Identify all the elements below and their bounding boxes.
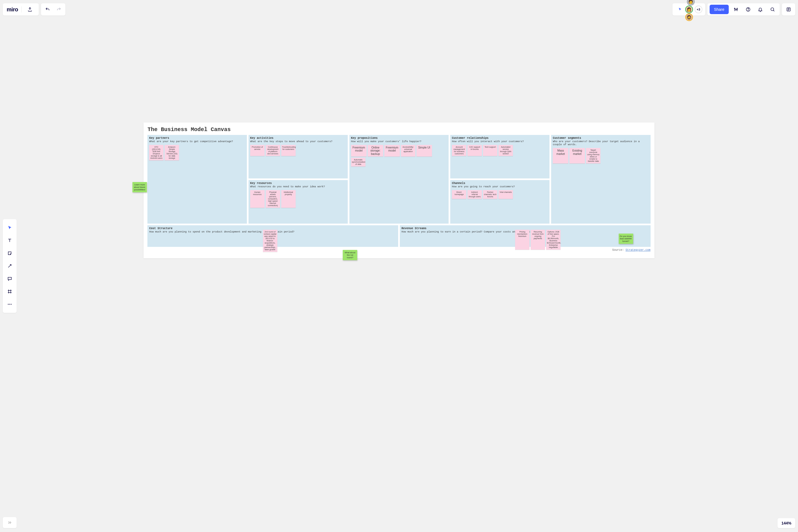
cursor-icon[interactable] xyxy=(675,4,685,14)
cell-title: Customer relationships xyxy=(452,137,548,140)
more-tools[interactable] xyxy=(3,298,17,310)
cell-key-propositions[interactable]: Key propositions How will you make your … xyxy=(349,135,449,224)
sticky-note[interactable]: Troubleshooting for customers xyxy=(281,145,296,156)
cell-title: Key activities xyxy=(250,137,346,140)
svg-point-4 xyxy=(748,10,748,11)
sticky-note[interactable]: Viral channels xyxy=(498,190,513,199)
zoom-level[interactable]: 144% xyxy=(778,518,795,528)
floating-sticky-note[interactable]: Learn more about future possibilities! xyxy=(132,182,147,192)
cell-key-partners[interactable]: Key partners What are your key partners … xyxy=(147,135,247,224)
cell-sub: How often will you interact with your cu… xyxy=(452,140,548,143)
cell-title: Key partners xyxy=(149,137,245,140)
sticky-note[interactable]: Options: 2GB of free space, Pro $9.99/mo… xyxy=(546,230,560,250)
cell-sub: What resources do you need to make your … xyxy=(250,185,346,188)
cell-title: Customer segments xyxy=(553,137,649,140)
search-icon[interactable] xyxy=(767,4,778,14)
sticky-note[interactable]: Mass market xyxy=(553,148,568,164)
sticky-note[interactable]: Pricing mechanism: freemium xyxy=(515,230,530,250)
sticky-note[interactable]: Continuous development of platform and s… xyxy=(266,145,280,156)
floating-sticky-note[interactable]: What about the 1st round? xyxy=(343,250,357,260)
sticky-note[interactable]: Intellectual property xyxy=(281,190,296,208)
sticky-note[interactable]: Physical assets (servers, computers, hig… xyxy=(266,190,280,208)
sticky-note[interactable]: Freemium model xyxy=(384,145,400,157)
cell-sub: What are the key steps to move ahead to … xyxy=(250,140,346,143)
export-icon[interactable] xyxy=(25,4,35,14)
divider xyxy=(21,6,22,13)
sticky-note[interactable]: Amazon: Simple Storage Servers (S3) for … xyxy=(165,145,179,160)
collaborator-avatar[interactable]: 👩 xyxy=(685,5,693,13)
sticky-note[interactable]: Freemium model xyxy=(351,145,366,157)
svg-point-2 xyxy=(737,8,738,10)
comment-tool[interactable] xyxy=(3,272,17,285)
sticky-note[interactable]: Account management for business customer… xyxy=(452,145,466,156)
share-button[interactable]: Share xyxy=(709,5,729,14)
miro-logo[interactable]: miro xyxy=(7,6,18,13)
svg-point-14 xyxy=(8,304,8,305)
sticky-note[interactable]: Simple UI xyxy=(416,145,432,157)
cell-channels[interactable]: Channels How are you going to reach your… xyxy=(450,180,549,224)
panel-toggle-icon[interactable] xyxy=(784,4,794,14)
cell-customer-segments[interactable]: Customer segments Who are your customers… xyxy=(551,135,650,224)
arrow-tool[interactable] xyxy=(3,260,17,272)
sticky-note[interactable]: Indirect: referral through users xyxy=(468,190,482,199)
settings-icon[interactable] xyxy=(731,4,741,14)
sticky-note[interactable]: Target: everyone using memory sticks or … xyxy=(586,148,601,164)
redo-icon[interactable] xyxy=(54,4,64,14)
more-collaborators-badge[interactable]: +3 xyxy=(695,5,702,13)
cell-title: Key resources xyxy=(250,182,346,185)
svg-point-0 xyxy=(734,8,735,9)
sticky-note-tool[interactable] xyxy=(3,247,17,260)
expand-toolbar-button[interactable] xyxy=(3,517,17,528)
cell-sub: How will you make your customers' life h… xyxy=(351,140,447,143)
sticky-note[interactable]: Automated service through Q&A section xyxy=(498,145,513,156)
undo-icon[interactable] xyxy=(43,4,53,14)
sticky-note[interactable]: Direct: homepage xyxy=(452,190,466,199)
cell-cost-structure[interactable]: Cost Structure How much are you planning… xyxy=(147,225,398,247)
cell-key-activities[interactable]: Key activities What are the key steps to… xyxy=(249,135,348,178)
tools-sidebar xyxy=(3,219,17,313)
sticky-note[interactable]: Tech support xyxy=(483,145,497,156)
floating-sticky-note[interactable]: Do you know their AARRR funnel? xyxy=(619,233,633,244)
cell-sub: What are your key partners to get compet… xyxy=(149,140,245,143)
frame-tool[interactable] xyxy=(3,285,17,298)
sticky-note[interactable]: Online storage: backup xyxy=(368,145,383,157)
sticky-note[interactable]: 2nd round of venture capital was raised … xyxy=(263,230,277,252)
sticky-note[interactable]: Existing market xyxy=(569,148,585,164)
cell-sub: How are you going to reach your customer… xyxy=(452,185,548,188)
cell-title: Channels xyxy=(452,182,548,185)
cell-revenue-streams[interactable]: Revenue Streams How much are you plannin… xyxy=(400,225,651,247)
canvas-frame[interactable]: The Business Model Canvas Key partners W… xyxy=(144,122,654,258)
cell-key-resources[interactable]: Key resources What resources do you need… xyxy=(249,180,348,224)
text-tool[interactable] xyxy=(3,234,17,247)
collaborator-avatar[interactable]: 🧔 xyxy=(685,13,693,21)
cell-title: Key propositions xyxy=(351,137,447,140)
sticky-note[interactable]: Promotion of service xyxy=(250,145,265,156)
sticky-note[interactable]: Automatic synchronization of data xyxy=(351,158,365,167)
svg-point-16 xyxy=(11,304,12,305)
sticky-note[interactable]: C2C support in forums xyxy=(468,145,482,156)
canvas-title: The Business Model Canvas xyxy=(147,126,650,135)
help-icon[interactable] xyxy=(743,4,753,14)
svg-point-1 xyxy=(736,10,737,10)
cell-sub: Who are your customers? Describe your ta… xyxy=(553,140,649,147)
sticky-note[interactable]: Partner channels: tech forums xyxy=(483,190,497,199)
notifications-icon[interactable] xyxy=(755,4,765,14)
sticky-note[interactable]: HTC (2011/10): 5GB free Dropbox storage … xyxy=(149,145,164,160)
select-tool[interactable] xyxy=(3,222,17,234)
source-link[interactable]: Strategyzer.com xyxy=(626,249,651,252)
sticky-note[interactable]: Recurring revenue from ongoing payments xyxy=(531,230,545,250)
cell-customer-relationships[interactable]: Customer relationships How often will yo… xyxy=(450,135,549,178)
collaborators-box: 🧑👩🧔 +3 xyxy=(672,3,705,16)
sticky-note[interactable]: Accessibility: universal application xyxy=(401,145,415,157)
sticky-note[interactable]: Human resources xyxy=(250,190,265,208)
collaborator-avatar[interactable]: 🧑 xyxy=(687,0,695,5)
svg-point-15 xyxy=(10,304,10,305)
svg-point-5 xyxy=(771,8,774,11)
source-line: Source: Strategyzer.com xyxy=(147,249,650,252)
